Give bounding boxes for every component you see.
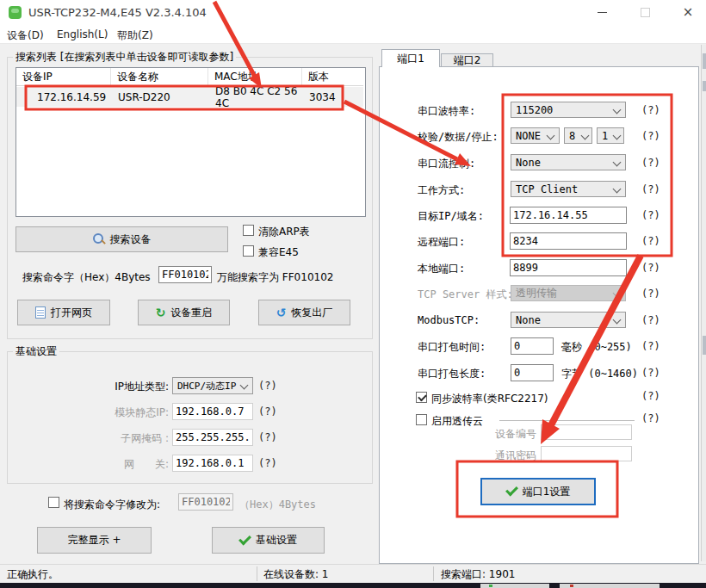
reboot-device-button[interactable]: ↻ 设备重启	[138, 300, 230, 325]
local-port-input[interactable]	[510, 259, 627, 276]
column-header-version[interactable]: 版本	[302, 68, 363, 86]
chevron-down-icon	[547, 132, 555, 140]
baud-rate-value: 115200	[516, 104, 553, 116]
flow-control-value: None	[516, 157, 541, 169]
modbus-tcp-combobox[interactable]: None	[511, 312, 626, 328]
sync-baud-label: 同步波特率(类RFC2217)	[431, 392, 548, 406]
chevron-down-icon	[613, 316, 622, 325]
menu-help[interactable]: 帮助(Z)	[117, 28, 153, 43]
gateway-input[interactable]	[172, 455, 253, 472]
target-ip-input[interactable]	[510, 207, 627, 224]
baud-rate-help[interactable]: (?)	[641, 104, 660, 116]
work-mode-combobox[interactable]: TCP Client	[511, 181, 626, 197]
chevron-down-icon	[613, 132, 622, 140]
check-icon	[418, 393, 427, 402]
tab-port1[interactable]: 端口1	[381, 49, 440, 67]
parity-help[interactable]: (?)	[641, 130, 660, 142]
comm-password-input[interactable]	[541, 446, 632, 461]
port1-settings-button[interactable]: 端口1设置	[480, 478, 596, 505]
modify-cmd-input[interactable]	[178, 493, 233, 511]
sync-baud-help[interactable]: (?)	[641, 390, 660, 402]
subnet-input[interactable]	[172, 429, 253, 446]
background-window-fragment	[560, 584, 660, 588]
tab-port2[interactable]: 端口2	[441, 53, 493, 67]
table-row-cell-ip[interactable]: 172.16.14.59	[16, 87, 111, 107]
open-webpage-button[interactable]: 打开网页	[17, 300, 110, 325]
close-icon: ×	[683, 6, 694, 19]
title-bar: USR-TCP232-M4,E45 V2.3.4.104 ×	[0, 0, 706, 26]
device-list: 设备IP 设备名称 MAC地址 版本 172.16.14.59 USR-D220…	[15, 67, 366, 217]
window-title: USR-TCP232-M4,E45 V2.3.4.104	[28, 6, 207, 19]
work-mode-help[interactable]: (?)	[641, 183, 660, 195]
tcp-server-style-help[interactable]: (?)	[641, 288, 660, 300]
gateway-help[interactable]: (?)	[258, 457, 277, 469]
target-ip-label: 目标IP/域名:	[418, 209, 484, 224]
flow-control-combobox[interactable]: None	[511, 154, 626, 170]
cloud-help[interactable]: (?)	[641, 412, 660, 424]
status-message: 正确执行。	[7, 567, 59, 582]
maximize-button[interactable]	[630, 0, 660, 24]
local-port-label: 本地端口:	[418, 262, 465, 276]
background-window-fragment	[480, 584, 549, 588]
pack-length-label: 串口打包长度:	[418, 367, 486, 381]
stop-bits-combobox[interactable]: 1	[597, 127, 624, 144]
remote-port-help[interactable]: (?)	[641, 235, 660, 247]
tab-port2-label: 端口2	[454, 53, 481, 68]
work-mode-value: TCP Client	[516, 183, 578, 195]
status-separator	[433, 566, 434, 581]
subnet-label: 子网掩码 :	[52, 431, 169, 446]
table-row-cell-name[interactable]: USR-D220	[111, 87, 208, 107]
pack-time-input[interactable]	[511, 337, 554, 355]
search-device-button-label: 搜索设备	[110, 232, 152, 247]
subnet-help[interactable]: (?)	[258, 431, 277, 443]
cloud-checkbox[interactable]	[416, 414, 427, 425]
factory-reset-button[interactable]: ↺ 恢复出厂	[258, 300, 350, 325]
pack-time-label: 串口打包时间:	[418, 340, 486, 355]
search-device-button[interactable]: 搜索设备	[15, 226, 228, 252]
open-webpage-label: 打开网页	[51, 306, 92, 320]
table-row-cell-mac[interactable]: D8 B0 4C C2 56 4C	[208, 87, 302, 107]
check-icon	[238, 532, 251, 545]
static-ip-input[interactable]	[172, 403, 253, 420]
baud-rate-combobox[interactable]: 115200	[511, 102, 626, 118]
column-header-device-name[interactable]: 设备名称	[111, 68, 208, 86]
close-button[interactable]: ×	[673, 0, 703, 24]
search-cmd-label: 搜索命令字（Hex）4Bytes	[22, 270, 151, 285]
pack-length-input[interactable]	[511, 364, 554, 381]
device-number-input[interactable]	[541, 424, 632, 440]
cloud-label: 启用透传云	[431, 414, 483, 429]
data-bits-combobox[interactable]: 8	[564, 127, 592, 144]
pack-length-help[interactable]: (?)	[641, 367, 660, 379]
ip-type-help[interactable]: (?)	[258, 380, 277, 392]
static-ip-label: 模块静态IP:	[52, 405, 169, 420]
parity-combobox[interactable]: NONE	[511, 127, 560, 144]
flow-control-help[interactable]: (?)	[641, 157, 660, 169]
target-ip-help[interactable]: (?)	[641, 209, 660, 221]
remote-port-label: 远程端口:	[418, 235, 465, 250]
full-display-button[interactable]: 完整显示 +	[37, 527, 152, 554]
comm-password-label: 通讯密码	[495, 449, 536, 463]
restart-icon: ↻	[156, 306, 166, 319]
basic-settings-apply-button[interactable]: 基础设置	[212, 527, 325, 554]
search-cmd-hint: 万能搜索字为 FF010102	[217, 270, 333, 285]
menu-device[interactable]: 设备(D)	[7, 28, 44, 43]
pack-time-help[interactable]: (?)	[641, 340, 660, 352]
column-header-mac[interactable]: MAC地址	[208, 68, 302, 86]
modify-cmd-checkbox[interactable]	[48, 497, 59, 508]
clear-arp-checkbox[interactable]	[243, 225, 254, 236]
minimize-button[interactable]	[587, 0, 616, 24]
tcp-server-style-label: TCP Server 样式:	[418, 288, 513, 302]
remote-port-input[interactable]	[510, 232, 627, 250]
sync-baud-checkbox[interactable]	[416, 392, 427, 403]
status-separator	[257, 566, 257, 581]
local-port-help[interactable]: (?)	[641, 262, 660, 274]
static-ip-help[interactable]: (?)	[258, 405, 277, 418]
modbus-tcp-help[interactable]: (?)	[641, 314, 660, 326]
column-header-device-ip[interactable]: 设备IP	[16, 68, 111, 86]
ip-type-combobox[interactable]: DHCP/动态IP	[172, 377, 253, 394]
compat-e45-checkbox[interactable]	[243, 245, 254, 257]
reboot-device-label: 设备重启	[170, 306, 212, 320]
table-row-cell-version[interactable]: 3034	[302, 87, 363, 107]
search-cmd-input[interactable]	[158, 266, 212, 283]
menu-english[interactable]: English(L)	[57, 28, 108, 40]
